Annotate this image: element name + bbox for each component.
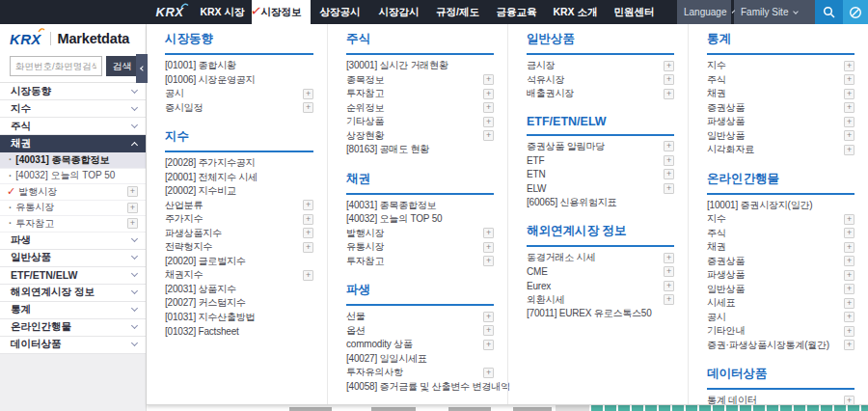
sidebar-item[interactable]: 파생 <box>0 233 146 250</box>
expand-plus-icon[interactable]: + <box>127 218 138 229</box>
expand-plus-icon[interactable]: + <box>844 340 854 350</box>
mega-menu-item[interactable]: 주식+ <box>707 227 854 241</box>
expand-plus-icon[interactable]: + <box>844 396 854 405</box>
expand-plus-icon[interactable]: + <box>664 183 674 194</box>
sidebar-search-button[interactable]: 검색 <box>106 56 138 76</box>
mega-menu-item[interactable]: [20028] 주가지수공지 <box>165 156 313 171</box>
sidebar-item[interactable]: 시장동향 <box>0 83 146 100</box>
nav-tab[interactable]: 민원센터 <box>605 0 664 24</box>
expand-plus-icon[interactable]: + <box>844 228 854 238</box>
expand-plus-icon[interactable]: + <box>483 130 494 141</box>
mega-menu-item[interactable]: [70011] EUREX 유로스톡스50 <box>527 307 674 321</box>
mega-menu-item[interactable]: [80163] 공매도 현황 <box>346 143 494 157</box>
krx-logo[interactable]: KRX <box>147 0 193 24</box>
expand-plus-icon[interactable]: + <box>303 242 313 253</box>
expand-plus-icon[interactable]: + <box>127 203 138 213</box>
mega-menu-item[interactable]: [01031] 지수산출방법 <box>165 311 313 325</box>
mega-menu-item[interactable]: [40032] 오늘의 TOP 50 <box>346 212 494 227</box>
expand-plus-icon[interactable]: + <box>483 74 494 85</box>
sidebar-collapse-tab[interactable] <box>136 54 148 83</box>
expand-plus-icon[interactable]: + <box>303 214 313 225</box>
mega-menu-item[interactable]: 동경거래소 시세+ <box>527 251 674 265</box>
sidebar-item[interactable]: 지수 <box>0 100 146 118</box>
expand-plus-icon[interactable]: + <box>303 228 313 238</box>
expand-plus-icon[interactable]: + <box>664 266 674 277</box>
mega-menu-section-title[interactable]: 채권 <box>346 166 494 195</box>
mega-menu-item[interactable]: 파생상품+ <box>707 268 854 283</box>
mega-menu-item[interactable]: [01006] 시장운영공지 <box>165 73 313 88</box>
mega-menu-item[interactable]: [20031] 상품지수 <box>165 283 313 297</box>
expand-plus-icon[interactable]: + <box>483 89 494 99</box>
mega-menu-item[interactable]: 투자참고+ <box>346 255 494 269</box>
nav-tab[interactable]: KRX 소개 <box>546 0 605 24</box>
mega-menu-item[interactable]: 종목정보+ <box>346 73 494 88</box>
expand-plus-icon[interactable]: + <box>483 117 494 127</box>
screen-search-input[interactable] <box>10 56 102 76</box>
expand-plus-icon[interactable]: + <box>844 256 854 266</box>
search-button[interactable] <box>815 0 843 24</box>
language-dropdown[interactable]: Language <box>677 0 731 24</box>
mega-menu-section-title[interactable]: 시장동향 <box>165 26 313 55</box>
mega-menu-item[interactable]: 발행시장+ <box>346 227 494 241</box>
nav-tab[interactable]: KRX 시장 <box>193 0 252 24</box>
expand-plus-icon[interactable]: + <box>664 155 674 166</box>
expand-plus-icon[interactable]: + <box>664 141 674 151</box>
sidebar-subitem[interactable]: ·[40032] 오늘의 TOP 50 <box>0 169 146 185</box>
mega-menu-item[interactable]: [40058] 증거금률 및 산출변수 변경내역 <box>346 380 494 395</box>
mega-menu-item[interactable]: 상장현황+ <box>346 129 494 144</box>
sidebar-item[interactable]: 채권 <box>0 135 146 152</box>
mega-menu-item[interactable]: 통계 데이터+ <box>707 394 854 405</box>
expand-plus-icon[interactable]: + <box>844 130 854 141</box>
sidebar-item[interactable]: 일반상품 <box>0 250 146 267</box>
mega-menu-item[interactable]: 채권+ <box>707 240 854 255</box>
mega-menu-section-title[interactable]: 통계 <box>707 26 854 55</box>
mega-menu-item[interactable]: [40031] 종목종합정보 <box>346 199 494 213</box>
sidebar-subitem[interactable]: ·[40031] 종목종합정보 <box>0 152 146 169</box>
expand-plus-icon[interactable]: + <box>127 186 138 197</box>
nav-tab[interactable]: 규정/제도 <box>428 0 487 24</box>
expand-plus-icon[interactable]: + <box>483 325 494 336</box>
expand-plus-icon[interactable]: + <box>844 284 854 294</box>
expand-plus-icon[interactable]: + <box>664 89 674 99</box>
nav-tab[interactable]: 시장감시 <box>369 0 428 24</box>
mega-menu-item[interactable]: 증권상품 알림마당+ <box>527 140 674 154</box>
mega-menu-item[interactable]: 금시장+ <box>527 59 674 73</box>
mega-menu-item[interactable]: [20027] 커스텀지수 <box>165 296 313 311</box>
expand-plus-icon[interactable]: + <box>844 145 854 155</box>
mega-menu-item[interactable]: 외환시세+ <box>527 293 674 308</box>
mega-menu-item[interactable]: 옵션+ <box>346 324 494 339</box>
sidebar-item[interactable]: 해외연계시장 정보 <box>0 285 146 302</box>
mega-menu-item[interactable]: 지수+ <box>707 212 854 227</box>
mega-menu-item[interactable]: ELW+ <box>527 181 674 196</box>
expand-plus-icon[interactable]: + <box>483 340 494 350</box>
mega-menu-item[interactable]: 파생상품+ <box>707 115 854 129</box>
mega-menu-item[interactable]: 전략형지수+ <box>165 240 313 255</box>
mega-menu-item[interactable]: 순위정보+ <box>346 101 494 116</box>
mega-menu-item[interactable]: 시세표+ <box>707 296 854 311</box>
expand-plus-icon[interactable]: + <box>303 270 313 281</box>
mega-menu-section-title[interactable]: 주식 <box>346 26 494 55</box>
mega-menu-item[interactable]: 기타안내+ <box>707 324 854 339</box>
mega-menu-item[interactable]: 석유시장+ <box>527 73 674 88</box>
mega-menu-item[interactable]: [01001] 종합시황 <box>165 59 313 73</box>
expand-plus-icon[interactable]: + <box>303 200 313 210</box>
expand-plus-icon[interactable]: + <box>483 242 494 253</box>
mega-menu-section-title[interactable]: 일반상품 <box>527 26 674 55</box>
nav-tab[interactable]: 금융교육 <box>487 0 546 24</box>
expand-plus-icon[interactable]: + <box>483 368 494 378</box>
mega-menu-item[interactable]: [40027] 일일시세표 <box>346 352 494 367</box>
marketdata-logo[interactable]: KRX Marketdata <box>0 24 146 53</box>
sidebar-item[interactable]: 주식 <box>0 118 146 135</box>
mega-menu-section-title[interactable]: 지수 <box>165 123 313 152</box>
expand-plus-icon[interactable]: + <box>483 312 494 322</box>
expand-plus-icon[interactable]: + <box>844 242 854 253</box>
mega-menu-item[interactable]: 공시+ <box>707 311 854 325</box>
mega-menu-item[interactable]: 공시+ <box>165 87 313 101</box>
mega-menu-item[interactable]: 증시일정+ <box>165 101 313 116</box>
sidebar-item[interactable]: ETF/ETN/ELW <box>0 267 146 285</box>
expand-plus-icon[interactable]: + <box>664 281 674 291</box>
nav-tab[interactable]: 상장공시 <box>311 0 369 24</box>
mega-menu-item[interactable]: 투자유의사항+ <box>346 366 494 380</box>
mega-menu-item[interactable]: 증권상품+ <box>707 255 854 269</box>
mega-menu-item[interactable]: 유통시장+ <box>346 240 494 255</box>
